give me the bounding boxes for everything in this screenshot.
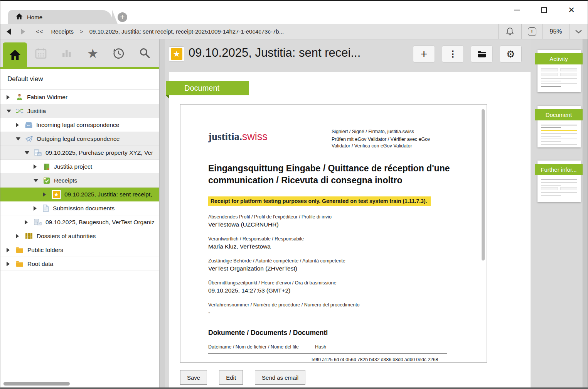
minimize-button[interactable]	[508, 1, 526, 19]
vertical-scrollbar[interactable]	[583, 39, 588, 387]
expander-icon[interactable]	[25, 220, 32, 225]
tree-item-justitia-project[interactable]: Justitia project	[0, 160, 159, 174]
tree-item-root-data[interactable]: Root data	[0, 257, 159, 271]
folder-icon	[16, 261, 24, 267]
star-icon: ★	[87, 47, 99, 60]
sidebar: ★ Default view Fabian Widmer	[0, 39, 159, 387]
tree-item-baugesuch[interactable]: 09.10.2025, Baugesuch, VerTest Organiz	[0, 215, 159, 229]
document-icon	[43, 205, 49, 212]
justitia-logo: justitia.swiss	[208, 131, 268, 143]
field-transmission-time: Übermittlungszeitpunkt / Heure d'envoi /…	[208, 280, 444, 294]
tree-item-incoming-correspondence[interactable]: Incoming legal correspondence	[0, 118, 159, 132]
folder-icon	[478, 51, 486, 58]
field-responsible: Verantwortlich / Responsable / Responsab…	[208, 236, 444, 250]
documents-table-header: Dateiname / Nom de fichier / Nome del fi…	[208, 344, 444, 350]
breadcrumb-bar: << Receipts > 09.10.2025, Justitia: sent…	[0, 24, 588, 39]
back-arrow-icon[interactable]	[7, 29, 11, 35]
further-information-thumbnail[interactable]: Further infor...	[537, 161, 581, 202]
shuffle-icon	[16, 108, 24, 114]
tree-item-public-folders[interactable]: Public folders	[0, 243, 159, 257]
tab-home[interactable]: Home	[8, 10, 112, 24]
expander-icon[interactable]	[34, 179, 40, 182]
binders-icon	[25, 233, 33, 239]
expander-icon[interactable]	[16, 123, 23, 127]
bar-chart-icon	[61, 48, 72, 59]
expander-icon[interactable]	[43, 192, 50, 197]
breadcrumb-parent[interactable]: Receipts	[51, 28, 74, 35]
expander-icon[interactable]	[7, 262, 13, 266]
document-viewer[interactable]: justitia.swiss Signiert / Signé / Firmat…	[180, 104, 487, 363]
tree-item-sent-receipt-selected[interactable]: ★ 09.10.2025, Justitia: sent receipt,	[0, 188, 159, 201]
calendar-icon	[35, 48, 47, 59]
send-as-email-button[interactable]: Send as email	[255, 370, 305, 385]
home-icon	[9, 49, 21, 60]
kebab-menu-button[interactable]: ⋮	[442, 46, 464, 63]
sidebar-tab-search[interactable]	[133, 39, 157, 67]
expander-icon[interactable]	[16, 234, 23, 238]
main-panel: ★ 09.10.2025, Justitia: sent recei... + …	[165, 39, 531, 387]
breadcrumb-tools: ! 95%	[498, 24, 588, 39]
viewer-scrollbar[interactable]	[482, 109, 485, 260]
content-card: Document justitia.swiss Signiert / Signé…	[169, 72, 531, 387]
expander-icon[interactable]	[16, 137, 23, 140]
save-button[interactable]: Save	[180, 370, 207, 385]
bell-icon	[505, 27, 514, 36]
further-information-thumbnail-preview	[541, 178, 577, 200]
document-thumbnail-label: Document	[535, 109, 583, 120]
maximize-button[interactable]	[535, 1, 553, 19]
person-icon	[16, 93, 23, 101]
close-button[interactable]: ✕	[563, 1, 580, 19]
horizontal-scrollbar[interactable]	[3, 382, 70, 386]
signature-block: Signiert / Signé / Firmato, justitia.swi…	[332, 129, 444, 149]
notifications-button[interactable]	[498, 24, 521, 39]
object-star-badge: ★	[169, 46, 184, 62]
expander-icon[interactable]	[7, 110, 13, 113]
expander-icon[interactable]	[34, 206, 40, 211]
folder-view-button[interactable]	[471, 46, 493, 63]
divider	[0, 90, 159, 90]
document-thumbnail-preview	[541, 123, 577, 145]
search-icon	[139, 47, 150, 59]
new-tab-button[interactable]: +	[118, 12, 127, 22]
add-button[interactable]: +	[413, 46, 435, 63]
receipt-document: justitia.swiss Signiert / Signé / Firmat…	[180, 105, 487, 362]
expander-icon[interactable]	[34, 164, 40, 169]
forward-arrow-icon[interactable]	[21, 29, 25, 35]
star-badge-icon: ★	[52, 190, 61, 199]
tree-item-purchase-property[interactable]: 09.10.2025, Purchase property XYZ, Ver	[0, 146, 159, 160]
document-thumbnail[interactable]: Document	[537, 106, 581, 147]
alerts-button[interactable]: !	[521, 24, 542, 39]
expander-icon[interactable]	[25, 151, 32, 154]
inbox-icon	[25, 122, 32, 128]
sidebar-tab-home[interactable]	[3, 42, 27, 67]
chevron-down-icon	[575, 30, 582, 34]
sidebar-tab-history[interactable]	[106, 39, 131, 67]
navigation-tree: Fabian Widmer Justitia Incoming legal co…	[0, 90, 159, 271]
tree-item-submission-documents[interactable]: Submission documents	[0, 201, 159, 215]
tree-item-receipts[interactable]: Receipts	[0, 174, 159, 188]
expander-icon[interactable]	[7, 248, 13, 252]
edit-button[interactable]: Edit	[219, 370, 243, 385]
activity-thumbnail[interactable]: Activity	[537, 50, 581, 92]
more-options-button[interactable]	[569, 24, 588, 39]
column-hash: Hash	[315, 344, 444, 350]
page-title: 09.10.2025, Justitia: sent recei...	[189, 46, 411, 60]
accent-rule	[0, 67, 159, 69]
tree-item-justitia[interactable]: Justitia	[0, 104, 159, 118]
column-filename: Dateiname / Nom de fichier / Nome del fi…	[208, 344, 315, 350]
document-ribbon: Document	[166, 81, 249, 95]
tree-item-outgoing-correspondence[interactable]: Outgoing legal correspondence	[0, 132, 159, 146]
activity-thumbnail-label: Activity	[535, 53, 583, 64]
panel-divider	[159, 39, 165, 387]
tree-item-dossiers-authorities[interactable]: Dossiers of authorities	[0, 229, 159, 243]
settings-button[interactable]: ⚙	[500, 46, 522, 63]
sidebar-tab-calendar[interactable]	[29, 39, 53, 67]
zoom-level-button[interactable]: 95%	[542, 24, 569, 39]
tree-item-fabian-widmer[interactable]: Fabian Widmer	[0, 90, 159, 104]
sidebar-tab-reports[interactable]	[55, 39, 79, 67]
sidebar-tab-favorites[interactable]: ★	[81, 39, 105, 67]
expander-icon[interactable]	[7, 95, 13, 100]
tab-bar: Home + ✕	[0, 1, 588, 24]
jump-back-link[interactable]: <<	[36, 28, 44, 35]
validator-line: Prüfen mit eGov Validator / Vérifier ave…	[332, 136, 444, 149]
